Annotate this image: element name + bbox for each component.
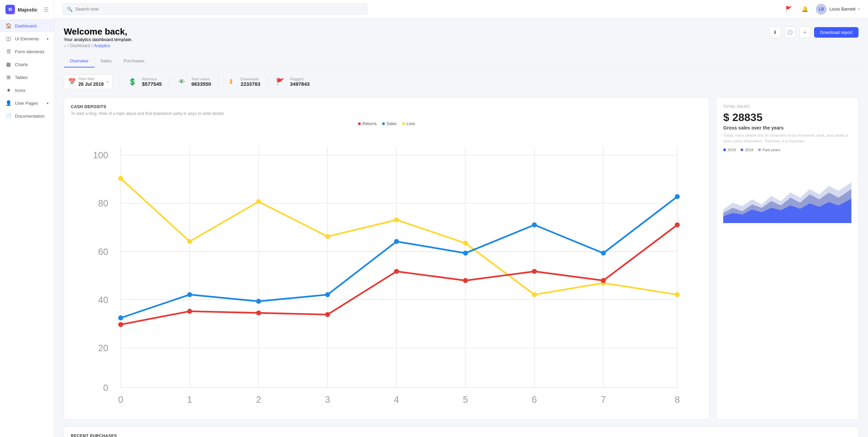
clock-icon-button[interactable]: 🕐: [784, 26, 796, 38]
sidebar-item-documentation[interactable]: 📄 Documentation: [0, 110, 54, 122]
sidebar-item-label: UI Elements: [15, 36, 39, 41]
sales-dot: [382, 122, 385, 125]
sidebar-item-label: Icons: [15, 88, 25, 93]
total-views-value: 9833550: [191, 81, 211, 87]
revenue-icon: 💲: [126, 76, 139, 88]
search-input[interactable]: [75, 6, 363, 12]
revenue-stat: 💲 Revenue $577545: [126, 76, 162, 88]
flag-icon[interactable]: 🚩: [783, 4, 794, 15]
sidebar-item-label: Dashboard: [15, 23, 37, 28]
breadcrumb: ⌂ / Dashboard / Analytics: [64, 43, 133, 48]
svg-point-30: [118, 176, 123, 181]
sidebar-item-charts[interactable]: ▦ Charts: [0, 58, 54, 71]
tabs: Overview Sales Purchases: [64, 55, 859, 67]
tab-overview[interactable]: Overview: [64, 55, 94, 67]
total-sales-label: TOTAL SALES: [723, 104, 851, 108]
downloads-label: Downloads: [241, 77, 260, 81]
user-icon: 👤: [5, 100, 12, 106]
legend-2019-label: 2019: [728, 148, 736, 152]
sales-legend: 2019 2018 Past years: [723, 148, 851, 152]
svg-text:6: 6: [532, 395, 537, 405]
logo-icon: M: [5, 5, 15, 14]
home-breadcrumb-icon: ⌂: [64, 43, 66, 48]
download-report-button[interactable]: Download report: [814, 27, 859, 38]
doc-icon: 📄: [5, 113, 12, 119]
breadcrumb-parent: Dashboard: [70, 43, 90, 48]
sidebar-item-user-pages[interactable]: 👤 User Pages ▾: [0, 97, 54, 110]
sales-desc-text: Today, many people rely on computers to …: [723, 133, 851, 144]
chevron-down-icon: ▾: [858, 7, 860, 11]
svg-point-43: [394, 239, 399, 244]
page-title-area: Welcome back, Your analytics dashboard t…: [64, 26, 133, 48]
logo-text: Majestic: [18, 7, 38, 13]
svg-text:100: 100: [93, 150, 108, 160]
sidebar-item-ui-elements[interactable]: ◫ UI Elements ▾: [0, 32, 54, 45]
legend-sales-label: Sales: [387, 121, 397, 126]
avatar: LB: [816, 4, 827, 15]
tab-purchases[interactable]: Purchases: [118, 55, 151, 67]
svg-point-46: [601, 251, 606, 256]
sidebar-item-form-elements[interactable]: ☰ Form elements: [0, 45, 54, 58]
chart-legend: Returns Sales Loss: [71, 121, 702, 126]
nav-menu: 🏠 Dashboard ◫ UI Elements ▾ ☰ Form eleme…: [0, 19, 54, 122]
bottom-section: RECENT PURCHASES: [64, 426, 859, 437]
legend-returns: Returns: [358, 121, 377, 126]
flagged-value: 3497843: [290, 81, 310, 87]
svg-text:3: 3: [325, 395, 330, 405]
search-bar[interactable]: 🔍: [62, 3, 368, 15]
svg-point-49: [187, 309, 192, 314]
svg-text:1: 1: [187, 395, 192, 405]
form-icon: ☰: [5, 48, 12, 55]
svg-point-44: [463, 251, 468, 256]
svg-point-52: [394, 269, 399, 274]
page-subtitle: Your analytics dashboard template.: [64, 37, 133, 42]
legend-loss: Loss: [402, 121, 415, 126]
breadcrumb-separator: /: [67, 43, 68, 48]
line-chart: 100 80 60 40 20 0 0 1 2 3 4 5 6: [71, 130, 702, 413]
returns-dot: [358, 122, 361, 125]
svg-point-36: [532, 292, 537, 297]
svg-point-55: [601, 278, 606, 283]
chevron-down-icon: ▾: [47, 101, 48, 105]
svg-point-40: [187, 292, 192, 297]
download-icon-button[interactable]: ⬇: [769, 26, 781, 38]
sidebar-item-label: Documentation: [15, 114, 44, 119]
views-icon: 👁: [176, 76, 188, 88]
sidebar-item-label: User Pages: [15, 101, 38, 106]
legend-2018-dot: [741, 148, 743, 151]
flagged-stat: 🚩 Flagged 3497843: [274, 76, 310, 88]
topbar-actions: 🚩 🔔 LB Louis Barnett ▾: [783, 4, 860, 15]
svg-text:2: 2: [256, 395, 261, 405]
home-icon: 🏠: [5, 23, 12, 29]
stat-divider: [169, 75, 169, 88]
user-info[interactable]: LB Louis Barnett ▾: [816, 4, 860, 15]
sidebar: M Majestic ☰ 🏠 Dashboard ◫ UI Elements ▾…: [0, 0, 54, 437]
topbar: 🔍 🚩 🔔 LB Louis Barnett ▾: [54, 0, 868, 18]
start-date-value: 26 Jul 2018: [78, 81, 104, 87]
cash-deposits-card: CASH DEPOSITS To start a blog, think of …: [64, 97, 709, 420]
total-views-stat: 👁 Total views 9833550: [176, 76, 211, 88]
filter-icon[interactable]: ☰: [44, 6, 48, 13]
content-area: Welcome back, Your analytics dashboard t…: [54, 18, 868, 437]
main-area: 🔍 🚩 🔔 LB Louis Barnett ▾ Welcome back, Y…: [54, 0, 868, 437]
bell-icon[interactable]: 🔔: [800, 4, 810, 15]
sidebar-item-tables[interactable]: ⊞ Tables: [0, 71, 54, 84]
legend-past-label: Past years: [763, 148, 780, 152]
sales-desc-title: Gross sales over the years: [723, 125, 851, 131]
stat-divider: [218, 75, 218, 88]
sidebar-item-icons[interactable]: ★ Icons: [0, 84, 54, 97]
downloads-value: 2233783: [241, 81, 260, 87]
svg-point-38: [675, 292, 680, 297]
tab-sales[interactable]: Sales: [94, 55, 118, 67]
svg-point-50: [256, 311, 261, 316]
start-date-widget[interactable]: 📅 Start date 26 Jul 2018 ▾: [64, 74, 113, 89]
legend-loss-label: Loss: [407, 121, 415, 126]
icons-icon: ★: [5, 87, 12, 93]
svg-point-34: [394, 217, 399, 222]
svg-text:4: 4: [394, 395, 399, 405]
svg-point-32: [256, 199, 261, 204]
svg-point-39: [118, 315, 123, 320]
plus-icon-button[interactable]: +: [799, 26, 811, 38]
sidebar-item-label: Charts: [15, 62, 28, 67]
sidebar-item-dashboard[interactable]: 🏠 Dashboard: [0, 19, 54, 32]
